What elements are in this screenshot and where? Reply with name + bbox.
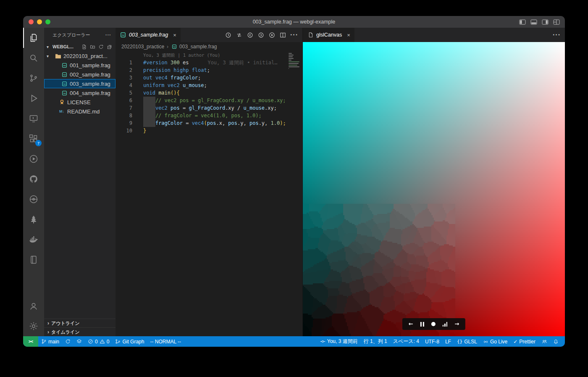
tree-item-004_sample.frag[interactable]: 004_sample.frag: [44, 88, 116, 98]
tree-item-LICENSE[interactable]: LICENSE: [44, 98, 116, 107]
language-mode-item[interactable]: {} GLSL: [454, 336, 480, 347]
run-glslcanvas-button[interactable]: [268, 32, 276, 39]
forward-button[interactable]: →: [454, 322, 459, 327]
refresh-explorer-button[interactable]: [98, 44, 104, 50]
tree-item-README.md[interactable]: M↓README.md: [44, 107, 116, 116]
source-control-icon: [29, 73, 39, 83]
tree-item-003_sample.frag[interactable]: 003_sample.frag: [44, 79, 116, 88]
blame-item[interactable]: You, 3 週間前: [317, 336, 361, 347]
new-folder-button[interactable]: [90, 44, 95, 50]
activity-item-source-control[interactable]: [23, 68, 44, 88]
activity-item-docker[interactable]: [23, 229, 44, 250]
breadcrumb-folder[interactable]: 20220103_practice: [121, 44, 164, 50]
warnings-count: 0: [107, 339, 110, 345]
preview-actions: ···: [553, 28, 565, 42]
activity-item-github[interactable]: [23, 169, 44, 189]
line-number: 5: [116, 89, 132, 97]
zoom-window-button[interactable]: [45, 19, 50, 24]
close-tab-icon[interactable]: ×: [347, 32, 350, 38]
pine-tree-icon: [29, 214, 39, 224]
encoding-item[interactable]: UTF-8: [422, 336, 442, 347]
sidebar-more-actions-icon[interactable]: ···: [105, 32, 111, 37]
prettier-item[interactable]: ✓ Prettier: [510, 336, 538, 347]
eol-item[interactable]: LF: [442, 336, 454, 347]
tree-item-001_sample.frag[interactable]: 001_sample.frag: [44, 61, 116, 70]
line-number: 8: [116, 112, 132, 119]
check-icon: ✓: [513, 339, 517, 345]
split-editor-button[interactable]: [279, 32, 286, 39]
activity-item-pine-tree[interactable]: [23, 209, 44, 229]
rewind-button[interactable]: ←: [409, 322, 413, 327]
chevron-down-icon[interactable]: ▾: [47, 54, 52, 58]
shader-file-icon: [120, 32, 126, 38]
glsl-canvas[interactable]: [303, 42, 565, 336]
customize-layout-icon[interactable]: [553, 19, 560, 25]
tab-label: 003_sample.frag: [129, 32, 168, 38]
collapse-folders-button[interactable]: [107, 44, 112, 50]
remote-indicator[interactable]: ><: [23, 336, 38, 347]
activity-item-notebook[interactable]: [23, 250, 44, 270]
toggle-panel-icon[interactable]: [530, 19, 537, 25]
activity-item-play-circle[interactable]: [23, 149, 44, 169]
workspace-section-header[interactable]: ▾ WEBGL...: [44, 42, 116, 51]
activity-item-search[interactable]: [23, 48, 44, 68]
activity-item-explorer[interactable]: [23, 28, 44, 48]
more-actions-button[interactable]: ···: [553, 31, 561, 39]
gear-icon: [29, 321, 39, 331]
code-text: precision highp float;: [143, 66, 210, 74]
layout-toggles: [519, 16, 560, 28]
git-graph-item[interactable]: Git Graph: [112, 336, 147, 347]
open-changes-button[interactable]: [236, 32, 243, 39]
close-tab-icon[interactable]: ×: [173, 32, 176, 38]
activity-item-accounts[interactable]: [23, 296, 44, 316]
close-window-button[interactable]: [29, 19, 34, 24]
new-file-button[interactable]: [81, 44, 87, 50]
tab-glslcanvas[interactable]: glslCanvas ×: [303, 28, 354, 42]
branch-name: main: [48, 339, 59, 345]
breadcrumb-file[interactable]: 003_sample.frag: [171, 44, 217, 50]
branch-item[interactable]: main: [38, 336, 62, 347]
minimap[interactable]: [287, 51, 302, 148]
activity-item-live-preview[interactable]: [23, 108, 44, 129]
cursor-position-item[interactable]: 行 1、列 1: [361, 336, 390, 347]
minimize-window-button[interactable]: [37, 19, 42, 24]
go-live-item[interactable]: Go Live: [480, 336, 510, 347]
notifications-item[interactable]: [550, 336, 562, 347]
toggle-sidebar-icon[interactable]: [519, 19, 526, 25]
file-name: 004_sample.frag: [70, 90, 110, 96]
sync-item[interactable]: [62, 336, 74, 347]
activity-item-run-debug[interactable]: [23, 88, 44, 108]
line-number: 1: [116, 59, 132, 66]
line-number: 3: [116, 74, 132, 82]
record-button[interactable]: [431, 322, 436, 327]
outline-section-header[interactable]: › アウトライン: [44, 319, 116, 327]
file-history-button[interactable]: [225, 32, 232, 39]
next-change-button[interactable]: [257, 32, 265, 39]
timeline-section-header[interactable]: › タイムライン: [44, 327, 116, 336]
code-editor[interactable]: You, 3 週間前 | 1 author (You) 1#version 30…: [116, 51, 302, 336]
gitlens-item[interactable]: [74, 336, 85, 347]
problems-item[interactable]: 0 0: [85, 336, 112, 347]
tab-003-sample-frag[interactable]: 003_sample.frag ×: [116, 28, 181, 42]
chevron-right-icon: ›: [167, 44, 168, 50]
codelens-blame[interactable]: You, 3 週間前 | 1 author (You): [116, 51, 302, 59]
code-line-3: 3out vec4 fragColor;: [116, 74, 302, 82]
activity-item-settings[interactable]: [23, 316, 44, 336]
indentation-item[interactable]: スペース: 4: [390, 336, 422, 347]
code-line-6: 6 // vec2 pos = gl_FragCoord.xy / u_mous…: [116, 97, 302, 104]
pause-button[interactable]: [420, 322, 424, 327]
line-number: 6: [116, 97, 132, 104]
tree-item-002_sample.frag[interactable]: 002_sample.frag: [44, 70, 116, 79]
code-tab-bar: 003_sample.frag × ···: [116, 28, 302, 42]
previous-change-button[interactable]: [247, 32, 254, 39]
toggle-secondary-sidebar-icon[interactable]: [542, 19, 549, 25]
activity-item-extensions[interactable]: 7: [23, 129, 44, 149]
live-share-item[interactable]: [538, 336, 550, 347]
stats-icon: [443, 322, 448, 327]
activity-item-pokeball[interactable]: [23, 189, 44, 209]
file-tree: ▾20220103_pract...001_sample.frag002_sam…: [44, 51, 116, 116]
vim-mode-item[interactable]: -- NORMAL --: [147, 336, 184, 347]
more-actions-button[interactable]: ···: [290, 31, 298, 39]
tree-item-20220103_pract...[interactable]: ▾20220103_pract...: [44, 51, 116, 61]
stats-button[interactable]: [443, 322, 448, 327]
